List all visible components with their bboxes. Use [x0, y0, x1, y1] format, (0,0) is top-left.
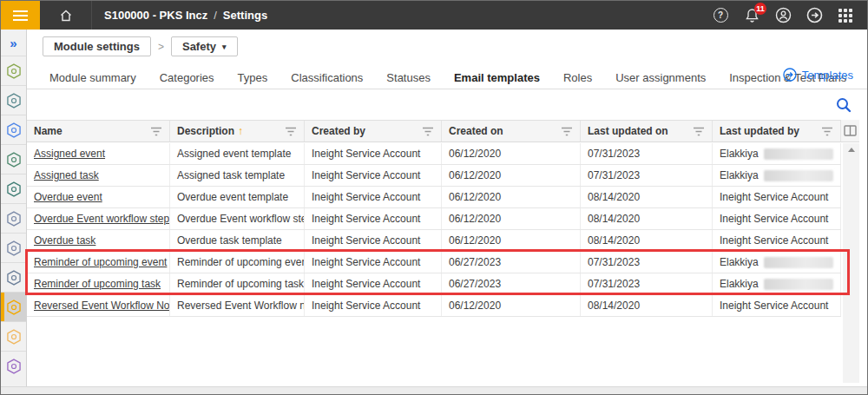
templates-link-label: Templates [802, 69, 853, 82]
cell-last-updated-by: Elakkiya [713, 143, 841, 164]
cell-last-updated-by: Elakkiya [713, 273, 841, 294]
column-chooser-button[interactable] [841, 120, 859, 142]
cell-last-updated-on: 07/31/2023 [581, 165, 713, 186]
topbar-breadcrumb: S100000 - PKS Incz / Settings [104, 9, 267, 22]
cell-created-on: 06/12/2020 [442, 230, 581, 251]
column-header-description[interactable]: Description↑ [170, 121, 305, 142]
search-button[interactable] [834, 95, 853, 115]
sidebar-item-11[interactable] [1, 351, 26, 380]
template-link[interactable]: Assigned task [34, 169, 99, 181]
home-icon [59, 9, 73, 23]
cell-last-updated-on: 08/14/2020 [581, 208, 713, 229]
tab-user-assignments[interactable]: User assignments [615, 71, 706, 84]
cell-last-updated-on: 08/14/2020 [581, 187, 713, 207]
template-link[interactable]: Reversed Event Workflow Noti... [34, 300, 170, 312]
filter-icon[interactable] [693, 127, 705, 136]
hexagon-shield-icon [5, 240, 23, 257]
column-label: Created by [312, 125, 365, 137]
last-updated-by-text: Ineight Service Account [720, 300, 828, 312]
scroll-up-icon[interactable] [848, 148, 855, 152]
cell-description: Assigned task template [170, 165, 305, 186]
column-header-created-by[interactable]: Created by [305, 121, 442, 142]
divider [27, 89, 867, 89]
template-link[interactable]: Reminder of upcoming task [34, 278, 161, 290]
hexagon-magnifier-icon [5, 299, 23, 316]
sidebar-item-7[interactable] [1, 233, 26, 262]
column-header-last-updated-on[interactable]: Last updated on [581, 121, 713, 142]
filter-icon[interactable] [561, 127, 573, 136]
module-settings-button[interactable]: Module settings [43, 36, 151, 56]
cell-name: Assigned event [27, 143, 170, 164]
templates-link[interactable]: Templates [783, 68, 853, 82]
tab-statuses[interactable]: Statuses [386, 71, 431, 84]
sidebar-item-9[interactable] [1, 292, 26, 321]
last-updated-by-text: Elakkiya [720, 169, 759, 181]
hexagon-cloud-icon [5, 63, 23, 80]
tab-roles[interactable]: Roles [563, 71, 592, 84]
filter-icon[interactable] [285, 127, 297, 136]
column-label: Description [177, 125, 234, 137]
tab-email-templates[interactable]: Email templates [454, 71, 540, 84]
cell-created-by: Ineight Service Account [305, 273, 442, 294]
sidebar-expand-button[interactable]: » [1, 30, 26, 56]
launch-button[interactable] [803, 4, 825, 27]
module-selector-dropdown[interactable]: Safety ▾ [171, 36, 238, 56]
project-name[interactable]: S100000 - PKS Incz [104, 9, 207, 22]
sidebar-item-3[interactable] [1, 115, 26, 144]
breadcrumb-separator: / [214, 9, 217, 22]
template-link[interactable]: Reminder of upcoming event [34, 256, 167, 268]
account-button[interactable] [772, 4, 794, 27]
column-header-last-updated-by[interactable]: Last updated by [713, 121, 841, 142]
cell-last-updated-on: 07/31/2023 [581, 252, 713, 273]
cell-created-on: 06/27/2023 [442, 273, 581, 294]
main-panel: Module settings > Safety ▾ Module summar… [27, 30, 867, 394]
sidebar-item-10[interactable] [1, 321, 26, 351]
tab-types[interactable]: Types [238, 71, 268, 84]
column-header-created-on[interactable]: Created on [442, 121, 581, 142]
cell-last-updated-by: Ineight Service Account [713, 208, 841, 229]
filter-icon[interactable] [821, 127, 833, 136]
redacted-name [764, 170, 833, 181]
sidebar-item-6[interactable] [1, 203, 26, 233]
table-body: Assigned eventAssigned event templateIne… [27, 143, 841, 317]
cell-created-on: 06/12/2020 [442, 143, 581, 164]
vertical-scrollbar[interactable] [843, 143, 859, 383]
template-link[interactable]: Overdue task [34, 234, 95, 247]
cell-description: Overdue task template [170, 230, 305, 251]
cell-created-on: 06/12/2020 [442, 165, 581, 186]
last-updated-by-text: Ineight Service Account [720, 234, 828, 247]
filter-icon[interactable] [150, 127, 162, 136]
arrow-right-circle-icon [783, 68, 797, 82]
hexagon-doc-icon [5, 358, 23, 375]
cell-name: Reversed Event Workflow Noti... [27, 295, 170, 316]
column-header-name[interactable]: Name [27, 121, 170, 142]
sidebar-item-4[interactable] [1, 144, 26, 174]
sidebar-item-5[interactable] [1, 174, 26, 203]
tab-categories[interactable]: Categories [160, 71, 214, 84]
help-button[interactable]: ? [709, 4, 732, 27]
cell-name: Assigned task [27, 165, 170, 186]
filter-icon[interactable] [422, 127, 434, 136]
apps-menu-button[interactable] [834, 4, 857, 27]
sidebar-item-2[interactable] [1, 85, 26, 115]
left-sidebar: » [1, 30, 27, 394]
notification-badge: 11 [754, 3, 766, 15]
notifications-button[interactable]: 11 [740, 4, 763, 27]
account-icon [775, 7, 792, 23]
template-link[interactable]: Overdue Event workflow step [34, 213, 169, 225]
hamburger-menu-icon[interactable] [1, 1, 40, 30]
help-icon: ? [713, 8, 728, 23]
template-link[interactable]: Overdue event [34, 191, 102, 203]
sidebar-item-1[interactable] [1, 56, 26, 85]
sidebar-item-8[interactable] [1, 262, 26, 292]
cell-last-updated-by: Ineight Service Account [713, 187, 841, 207]
cell-created-on: 06/12/2020 [442, 295, 581, 316]
horizontal-scrollbar[interactable] [1, 386, 867, 394]
module-settings-label: Module settings [54, 40, 140, 53]
tab-module-summary[interactable]: Module summary [49, 71, 136, 84]
tab-classifications[interactable]: Classifications [291, 71, 363, 84]
cell-created-on: 06/12/2020 [442, 187, 581, 207]
top-bar: S100000 - PKS Incz / Settings ? 11 [1, 1, 867, 30]
home-button[interactable] [40, 1, 92, 30]
template-link[interactable]: Assigned event [34, 148, 105, 160]
